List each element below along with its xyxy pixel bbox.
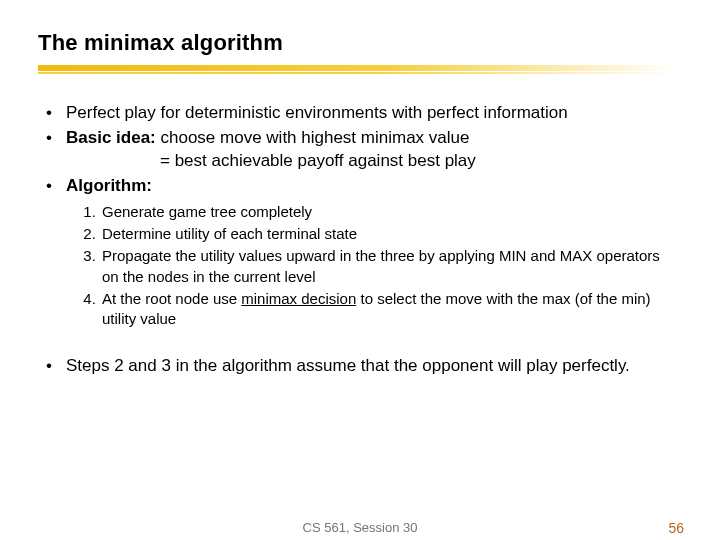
step-3: Propagate the utility values upward in t… [100,246,684,287]
step-4-underline: minimax decision [241,290,356,307]
bullet-3: Algorithm: [42,175,682,198]
step-1-text: Generate game tree completely [102,203,312,220]
step-4-text-a: At the root node use [102,290,241,307]
bullet-2: Basic idea: choose move with highest min… [42,127,682,173]
accent-bar-thin [38,72,678,74]
bullet-4: Steps 2 and 3 in the algorithm assume th… [42,355,682,378]
step-2: Determine utility of each terminal state [100,224,684,244]
step-2-text: Determine utility of each terminal state [102,225,357,242]
page-number: 56 [668,520,684,536]
bullet-1-text: Perfect play for deterministic environme… [66,103,568,122]
footer-center: CS 561, Session 30 [0,520,720,535]
accent-bar-main [38,65,678,71]
spacer [36,331,684,355]
step-4: At the root node use minimax decision to… [100,289,684,330]
accent-bar [38,62,684,76]
slide-title: The minimax algorithm [38,30,684,56]
bullet-2-text: choose move with highest minimax value [156,128,470,147]
bullet-1: Perfect play for deterministic environme… [42,102,682,125]
bullet-3-label: Algorithm: [66,176,152,195]
bullet-4-text: Steps 2 and 3 in the algorithm assume th… [66,356,630,375]
bullet-2-eq: = best achievable payoff against best pl… [66,150,682,173]
step-3-text: Propagate the utility values upward in t… [102,247,660,284]
slide: The minimax algorithm Perfect play for d… [0,0,720,540]
step-1: Generate game tree completely [100,202,684,222]
bullet-list-2: Steps 2 and 3 in the algorithm assume th… [36,355,684,378]
algorithm-steps: Generate game tree completely Determine … [36,202,684,330]
bullet-list: Perfect play for deterministic environme… [36,102,684,198]
bullet-2-label: Basic idea: [66,128,156,147]
